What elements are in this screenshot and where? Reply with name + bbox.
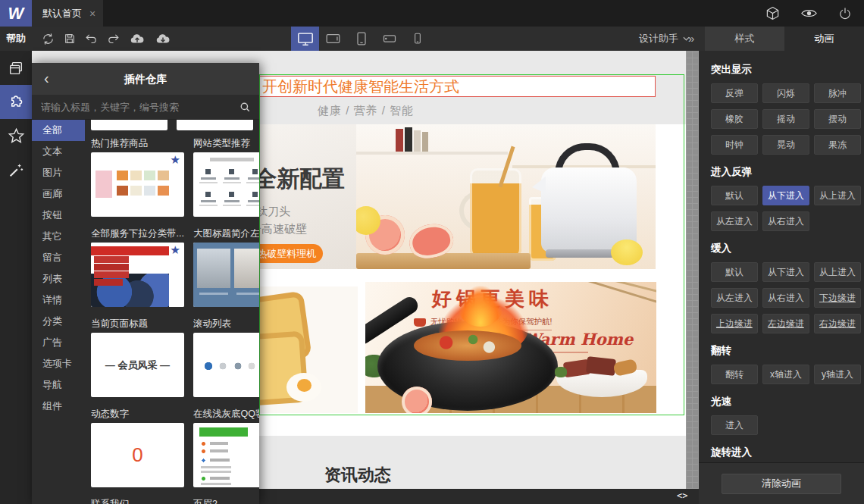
hero-subtitle-element[interactable]: 健康 / 营养 / 智能 — [318, 104, 414, 118]
animation-option-button[interactable]: 进入 — [711, 415, 758, 435]
animation-option-button[interactable]: 从下进入 — [762, 262, 809, 282]
undo-icon[interactable] — [85, 33, 98, 45]
plugin-category[interactable]: 留言 — [32, 247, 85, 268]
preview-eye-icon[interactable] — [801, 8, 817, 19]
plugin-item-card[interactable]: ★ — [91, 243, 184, 307]
plugin-item-card[interactable]: ★ — [193, 243, 259, 307]
favorites-icon[interactable] — [0, 119, 32, 153]
plugin-item-card[interactable]: ★ — [91, 152, 184, 217]
cloud-download-icon[interactable] — [155, 33, 171, 45]
plugin-item[interactable]: 大图标题简介左右切... ★ — [193, 227, 259, 307]
pages-icon[interactable] — [0, 51, 32, 85]
app-logo[interactable]: W — [0, 0, 32, 27]
animation-option-button[interactable]: 从右进入 — [762, 288, 809, 308]
plugin-item[interactable]: 全部服务下拉分类带... ★ — [91, 227, 184, 307]
wizard-icon[interactable] — [0, 153, 32, 187]
animation-option-button[interactable]: 左边缘进 — [762, 314, 809, 333]
animation-option-button[interactable]: x轴进入 — [762, 365, 809, 384]
plugin-item-card[interactable]: ★ — [193, 423, 259, 487]
animation-option-button[interactable]: 翻转 — [711, 365, 758, 384]
banner-toast-photo[interactable] — [259, 286, 358, 413]
refresh-icon[interactable] — [42, 33, 55, 45]
design-assistant-button[interactable]: 设计助手 — [639, 27, 690, 51]
plugin-item[interactable]: 页眉2 ★ — [193, 498, 259, 504]
laptop-icon[interactable] — [319, 27, 347, 51]
plugin-item[interactable]: 网站类型推荐 ★ — [193, 137, 259, 217]
clear-animation-button[interactable]: 清除动画 — [722, 474, 841, 494]
plugin-category[interactable]: 画廊 — [32, 183, 85, 205]
banner-blender-button[interactable]: 热破壁料理机 — [259, 244, 323, 263]
animation-option-button[interactable]: 默认 — [711, 262, 758, 282]
banner-blender[interactable]: 全新配置 钛刀头 分高速破壁 热破壁料理机 — [259, 124, 656, 269]
plugin-item-card[interactable]: ★ — 会员风采 — — [91, 333, 184, 397]
animation-option-button[interactable]: 摆动 — [814, 109, 861, 129]
plugin-category[interactable]: 导航 — [32, 374, 85, 396]
animation-option-button[interactable]: 从上进入 — [814, 262, 861, 282]
components-cube-icon[interactable] — [765, 6, 780, 20]
animation-option-button[interactable]: 晃动 — [762, 135, 809, 155]
banner-wok[interactable]: 好锅更美味 无忧购物，至诚服务为你保驾护航! Warm Home — [365, 282, 656, 413]
plugin-item[interactable]: 动态数字 ★ 0 — [91, 408, 184, 487]
plugin-category[interactable]: 分类 — [32, 311, 85, 332]
plugin-item-card[interactable]: ★ — [193, 152, 259, 217]
animation-option-button[interactable]: 反弹 — [711, 83, 758, 103]
animation-option-button[interactable]: 脉冲 — [814, 83, 861, 103]
plugin-card-partial[interactable] — [177, 120, 253, 130]
plugin-category[interactable]: 其它 — [32, 226, 85, 247]
plugin-category[interactable]: 组件 — [32, 396, 85, 417]
hero-title-element[interactable]: 开创新时代健康智能生活方式 — [259, 76, 656, 97]
save-icon[interactable] — [64, 33, 76, 45]
phone-landscape-icon[interactable] — [375, 27, 403, 51]
redo-icon[interactable] — [107, 33, 120, 45]
cloud-upload-icon[interactable] — [129, 33, 146, 45]
animation-option-button[interactable]: 默认 — [711, 186, 758, 205]
animation-option-button[interactable]: 摇动 — [762, 109, 809, 129]
page-preview[interactable]: 开创新时代健康智能生活方式 健康 / 营养 / 智能 — [259, 51, 686, 489]
animation-option-button[interactable]: 从上进入 — [814, 186, 861, 205]
search-icon[interactable] — [230, 95, 259, 119]
plugin-category[interactable]: 选项卡 — [32, 353, 85, 374]
animation-option-button[interactable]: 下边缘进 — [814, 288, 861, 308]
tab-animation[interactable]: 动画 — [784, 27, 864, 51]
tab-close-icon[interactable]: × — [89, 8, 95, 19]
plugin-item[interactable]: 热门推荐商品 ★ — [91, 137, 184, 217]
animation-option-button[interactable]: 时钟 — [711, 135, 758, 155]
plugin-item[interactable]: 当前页面标题 ★ — 会员风采 — — [91, 318, 184, 397]
plugin-item[interactable]: 在线浅灰底QQ客服 ★ — [193, 408, 259, 487]
page-tab-home[interactable]: 默认首页 × — [32, 0, 103, 27]
plugin-category[interactable]: 全部 — [32, 120, 85, 141]
animation-option-button[interactable]: y轴进入 — [814, 365, 861, 384]
plugin-item-card[interactable]: ★ — [193, 333, 259, 397]
plugin-category[interactable]: 列表 — [32, 268, 85, 290]
plugin-category[interactable]: 文本 — [32, 141, 85, 162]
animation-option-button[interactable]: 橡胶 — [711, 109, 758, 129]
animation-option-button[interactable]: 右边缘进 — [814, 314, 861, 333]
desktop-icon[interactable] — [291, 27, 319, 51]
plugin-category[interactable]: 图片 — [32, 162, 85, 183]
animation-option-button[interactable]: 从左进入 — [711, 211, 758, 231]
animation-option-button[interactable]: 闪烁 — [762, 83, 809, 103]
plugin-category[interactable]: 详情 — [32, 290, 85, 311]
code-view-icon[interactable]: <> — [677, 489, 687, 504]
more-chevron-button[interactable]: » — [688, 27, 694, 51]
plugin-item-card[interactable]: ★ 0 — [91, 423, 184, 487]
animation-option-button[interactable]: 果冻 — [814, 135, 861, 155]
plugins-icon[interactable] — [0, 85, 32, 119]
plugin-card-partial[interactable] — [91, 120, 167, 130]
news-section-title[interactable]: 资讯动态 — [324, 464, 391, 487]
animation-option-button[interactable]: 从左进入 — [711, 288, 758, 308]
plugin-category[interactable]: 广告 — [32, 332, 85, 353]
animation-option-button[interactable]: 上边缘进 — [711, 314, 758, 333]
power-icon[interactable] — [838, 7, 852, 20]
animation-option-button[interactable]: 从右进入 — [762, 211, 809, 231]
plugin-item[interactable]: 滚动列表 ★ — [193, 318, 259, 397]
plugin-item[interactable]: 联系我们 ★ — [91, 498, 184, 504]
plugin-search-input[interactable] — [32, 95, 229, 119]
animation-option-button[interactable]: 从下进入 — [762, 186, 809, 205]
tab-style[interactable]: 样式 — [705, 27, 784, 51]
tablet-icon[interactable] — [347, 27, 375, 51]
back-chevron-icon[interactable]: ‹ — [44, 63, 49, 95]
phone-icon[interactable] — [403, 27, 431, 51]
help-button[interactable]: 帮助 — [6, 27, 26, 51]
plugin-category[interactable]: 按钮 — [32, 205, 85, 226]
